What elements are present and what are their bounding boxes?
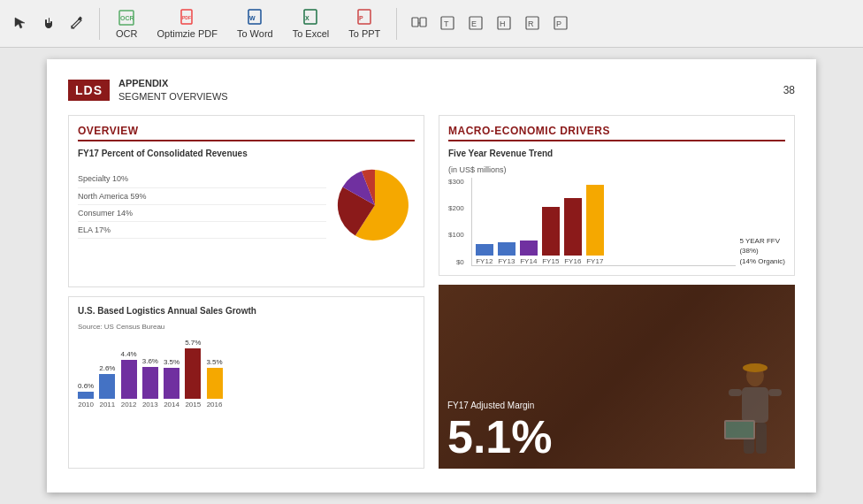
pie-legend: Specialty 10% North America 59% Consumer… [78,171,326,239]
redact-h-button[interactable]: H [491,10,517,38]
adjusted-margin-label: FY17 Adjusted Margin [447,401,786,410]
redact-r-button[interactable]: R [519,10,546,38]
adjusted-margin-panel: FY17 Adjusted Margin 5.1% [439,285,795,469]
macro-panel: MACRO-ECONOMIC DRIVERS Five Year Revenue… [439,115,795,276]
logistics-bar-chart: 0.6% 2010 2.6% 2011 4.4% [78,338,415,409]
svg-text:H: H [500,19,506,28]
bar-2010: 0.6% 2010 [78,382,94,409]
ocr-icon: OCR [118,9,135,27]
redact-e-button[interactable]: E [462,10,489,38]
bar-2011: 2.6% 2011 [99,364,115,409]
legend-consumer: Consumer 14% [78,205,326,222]
to-word-label: To Word [237,28,273,39]
edit-tool-button[interactable] [64,11,90,37]
separator-2 [396,8,397,40]
overview-section-title: OVERVIEW [78,125,415,141]
to-excel-icon: X [302,9,319,27]
text-tool-button[interactable]: T [434,10,461,38]
grouped-bars-container: FY12 FY13 FY14 [471,178,737,266]
legend-ela: ELA 17% [78,222,326,239]
bar-2013: 3.6% 2013 [142,357,158,409]
title-line1: APPENDIX [118,77,228,90]
svg-rect-28 [729,389,742,396]
to-ppt-button[interactable]: P To PPT [341,5,387,42]
separator-1 [99,8,100,40]
page-number: 38 [783,84,795,96]
revenue-chart-subtitle: (in US$ millions) [448,165,785,174]
to-ppt-label: To PPT [348,28,380,39]
redact-e-icon: E [468,15,484,31]
optimize-pdf-label: Optimzie PDF [157,28,217,39]
header-logo-area: LDS APPENDIX SEGMENT OVERVIEWS [68,77,228,104]
redact-p-icon: P [553,15,569,31]
svg-rect-26 [749,366,761,370]
to-excel-label: To Excel [293,28,330,39]
optimize-pdf-button[interactable]: PDF Optimzie PDF [149,5,224,42]
svg-text:P: P [556,19,561,28]
bar-2016: 3.5% 2016 [206,358,222,409]
revenue-bar-fy17: FY17 [586,185,604,265]
page-header: LDS APPENDIX SEGMENT OVERVIEWS 38 [68,77,795,104]
logistics-panel: U.S. Based Logistics Annual Sales Growth… [68,296,424,469]
edit-icon [70,16,84,30]
revenue-chart-area: $300 $200 $100 $0 FY12 [448,178,785,266]
to-word-icon: W [246,9,263,27]
legend-specialty: Specialty 10% [78,171,326,187]
left-column: OVERVIEW FY17 Percent of Consolidated Re… [68,115,424,469]
select-tool-button[interactable] [7,11,34,37]
pie-chart [335,165,415,245]
extra-tools: T E H R P [406,10,574,38]
combine-icon [411,15,427,31]
to-ppt-icon: P [355,9,373,27]
logo: LDS [68,80,110,101]
combine-tool-button[interactable] [406,10,432,38]
bar-chart-legend: 5 YEAR FFV (38%) (14% Organic) [739,236,785,266]
svg-rect-13 [420,18,426,27]
to-word-button[interactable]: W To Word [230,5,280,42]
y-axis: $300 $200 $100 $0 [448,178,468,266]
macro-section-title: MACRO-ECONOMIC DRIVERS [448,125,785,141]
text-icon: T [439,15,455,31]
revenue-bar-fy13: FY13 [498,242,516,265]
hand-tool-button[interactable] [35,11,62,37]
svg-marker-0 [15,18,25,28]
logistics-subtitle: Source: US Census Bureau [78,323,415,331]
redact-h-icon: H [496,15,512,31]
bar-2014: 3.5% 2014 [164,358,179,409]
revenue-bar-fy15: FY15 [542,207,560,265]
svg-text:E: E [471,19,477,28]
revenue-bar-fy16: FY16 [564,198,582,265]
optimize-pdf-icon: PDF [179,9,196,27]
pie-chart-title: FY17 Percent of Consolidated Revenues [78,149,415,158]
svg-text:OCR: OCR [120,15,134,21]
svg-text:R: R [528,19,534,28]
svg-text:PDF: PDF [182,15,191,20]
redact-p-button[interactable]: P [547,10,574,38]
svg-text:P: P [359,15,363,21]
bar-2015: 5.7% 2015 [185,339,201,409]
svg-text:X: X [305,15,309,21]
ocr-button[interactable]: OCR OCR [109,5,144,42]
right-column: MACRO-ECONOMIC DRIVERS Five Year Revenue… [439,115,795,469]
hand-icon [42,16,56,30]
redact-r-icon: R [524,15,540,31]
logistics-title: U.S. Based Logistics Annual Sales Growth [78,306,415,316]
pie-chart-area: Specialty 10% North America 59% Consumer… [78,165,415,245]
ocr-label: OCR [116,28,137,39]
svg-text:T: T [444,19,449,28]
svg-text:W: W [249,15,256,21]
toolbar: OCR OCR PDF Optimzie PDF W To Word X To … [0,0,863,48]
document-page: LDS APPENDIX SEGMENT OVERVIEWS 38 OVERVI… [47,59,816,493]
svg-rect-12 [412,18,418,27]
bar-2012: 4.4% 2012 [120,350,136,409]
svg-rect-29 [768,389,782,396]
header-titles: APPENDIX SEGMENT OVERVIEWS [118,77,228,104]
legend-north-america: North America 59% [78,188,326,205]
overview-panel: OVERVIEW FY17 Percent of Consolidated Re… [68,115,424,287]
revenue-bar-fy14: FY14 [520,241,538,265]
cursor-icon [13,16,27,30]
content-columns: OVERVIEW FY17 Percent of Consolidated Re… [68,115,795,469]
basic-tools [7,11,90,37]
main-content: LDS APPENDIX SEGMENT OVERVIEWS 38 OVERVI… [0,48,863,504]
to-excel-button[interactable]: X To Excel [286,5,337,42]
